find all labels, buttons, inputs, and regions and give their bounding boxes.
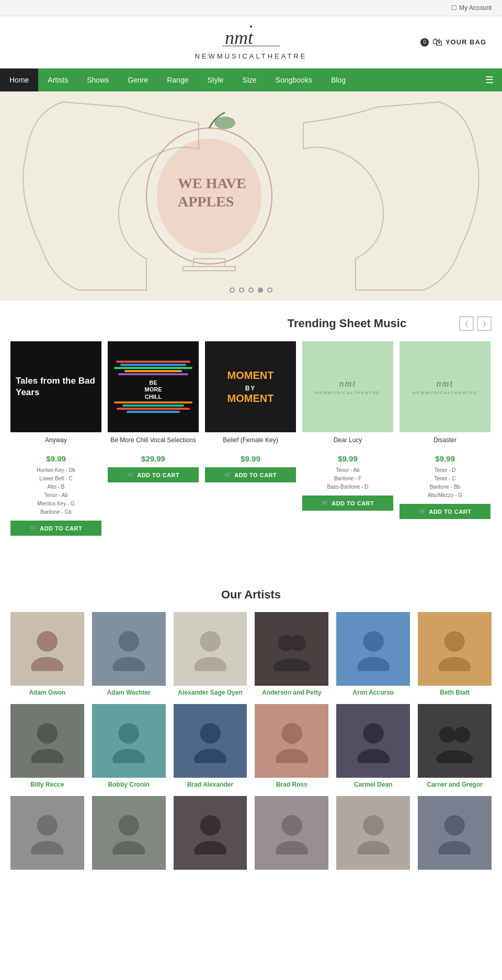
add-to-cart-disaster[interactable]: 🛒 ADD TO CART	[400, 504, 490, 519]
artist-card-adam-wachter[interactable]: Adam Wachter	[92, 612, 166, 696]
svg-point-25	[31, 749, 63, 763]
artist-card-row3-4[interactable]	[255, 796, 328, 873]
svg-point-27	[112, 749, 145, 763]
svg-point-29	[194, 749, 226, 763]
svg-text:WE HAVE: WE HAVE	[178, 175, 246, 191]
nav-shows[interactable]: Shows	[77, 68, 118, 91]
product-grid: Tales from the Bad Years Anyway $9.99 Hu…	[10, 341, 492, 536]
artist-name-brad-alexander: Brad Alexander	[174, 781, 247, 788]
account-label: My Account	[459, 4, 492, 11]
bag-area[interactable]: 0 🛍 YOUR BAG	[329, 36, 486, 48]
artist-photo-row3-1	[10, 796, 84, 870]
artist-card-anderson-petty[interactable]: Anderson and Petty	[255, 612, 328, 696]
svg-point-35	[454, 727, 470, 743]
svg-point-32	[363, 723, 383, 743]
bag-count: 0	[420, 38, 429, 47]
svg-point-37	[37, 815, 58, 835]
next-arrow[interactable]: 〉	[477, 316, 492, 331]
product-price-bmc: $29.99	[108, 454, 199, 463]
add-to-cart-mbm[interactable]: 🛒 ADD TO CART	[205, 467, 296, 482]
svg-point-44	[276, 841, 308, 855]
nav-songbooks[interactable]: Songbooks	[266, 68, 322, 91]
hero-dot-5[interactable]	[267, 287, 272, 293]
artist-photo-brad-alexander	[174, 704, 247, 778]
cart-icon-dear-lucy: 🛒	[322, 500, 329, 506]
product-cover-disaster[interactable]: nmt NEWMUSICALTHEATRE	[400, 341, 490, 432]
artist-card-bobby-cronin[interactable]: Bobby Cronin	[92, 704, 166, 788]
prev-arrow[interactable]: 〈	[459, 316, 474, 331]
cart-icon-disaster: 🛒	[419, 508, 427, 515]
artist-card-brad-alexander[interactable]: Brad Alexander	[174, 704, 247, 788]
hero-dot-2[interactable]	[239, 287, 244, 293]
svg-point-15	[200, 631, 220, 652]
artist-name-carmel-dean: Carmel Dean	[336, 781, 410, 788]
add-to-cart-tales[interactable]: 🛒 ADD TO CART	[10, 521, 101, 536]
artist-card-row3-6[interactable]	[418, 796, 492, 873]
artist-card-brad-ross[interactable]: Brad Ross	[255, 704, 328, 788]
hero-dot-4[interactable]	[258, 287, 263, 293]
artist-card-billy-recce[interactable]: Billy Recce	[10, 704, 84, 788]
artist-name-adam-gwon: Adam Gwon	[10, 689, 84, 696]
svg-point-28	[200, 723, 220, 743]
product-cover-dear-lucy[interactable]: nmt NEWMUSICALTHEATRE	[302, 341, 393, 432]
nav-style[interactable]: Style	[198, 68, 233, 91]
nav-range[interactable]: Range	[157, 68, 198, 91]
nav-home[interactable]: Home	[0, 68, 38, 91]
nav-size[interactable]: Size	[233, 68, 266, 91]
logo-text: NEWMUSICALTHEATRE	[173, 52, 329, 60]
product-cover-mbm[interactable]: MOMENTBYMOMENT	[205, 341, 296, 432]
product-cover-bmc[interactable]: BEMORECHILL	[108, 341, 199, 432]
svg-point-6	[214, 117, 235, 129]
artist-photo-aron-accurso	[336, 612, 410, 686]
artist-card-row3-2[interactable]	[92, 796, 166, 873]
artist-card-row3-5[interactable]	[336, 796, 410, 873]
disaster-placeholder: nmt NEWMUSICALTHEATRE	[410, 376, 480, 398]
product-name-mbm: Belief (Female Key)	[205, 436, 296, 452]
svg-point-24	[37, 723, 58, 743]
artist-name-beth-blatt: Beth Blatt	[418, 689, 492, 696]
product-cover-tales[interactable]: Tales from the Bad Years	[10, 341, 101, 432]
product-name-bmc: Be More Chill Vocal Selections	[108, 436, 199, 452]
svg-point-31	[276, 749, 308, 763]
svg-point-11	[37, 631, 58, 652]
svg-text:nmt: nmt	[225, 27, 254, 48]
nav-artists[interactable]: Artists	[38, 68, 77, 91]
svg-point-20	[363, 631, 383, 652]
artist-photo-carner-gregor	[418, 704, 492, 778]
top-bar: ☐ My Account	[0, 0, 502, 16]
artist-photo-billy-recce	[10, 704, 84, 778]
nav-blog[interactable]: Blog	[322, 68, 355, 91]
artist-card-adam-gwon[interactable]: Adam Gwon	[10, 612, 84, 696]
artist-card-row3-3[interactable]	[174, 796, 247, 873]
artist-card-carmel-dean[interactable]: Carmel Dean	[336, 704, 410, 788]
svg-point-40	[112, 841, 145, 855]
artist-card-row3-1[interactable]	[10, 796, 84, 873]
nav-genre[interactable]: Genre	[118, 68, 157, 91]
artist-card-carner-gregor[interactable]: Carner and Gregor	[418, 704, 492, 788]
section-header: Trending Sheet Music 〈 〉	[10, 316, 492, 331]
hero-dot-3[interactable]	[248, 287, 254, 293]
svg-point-14	[112, 657, 145, 671]
product-card-disaster: nmt NEWMUSICALTHEATRE Disaster $9.99 Ten…	[400, 341, 490, 536]
add-to-cart-bmc[interactable]: 🛒 ADD TO CART	[108, 467, 199, 482]
artist-card-aron-accurso[interactable]: Aron Accurso	[336, 612, 410, 696]
add-to-cart-dear-lucy[interactable]: 🛒 ADD TO CART	[302, 495, 393, 511]
artist-card-beth-blatt[interactable]: Beth Blatt	[418, 612, 492, 696]
account-link[interactable]: ☐ My Account	[451, 4, 492, 11]
trending-title: Trending Sheet Music	[235, 317, 459, 330]
product-name-disaster: Disaster	[400, 436, 490, 452]
hero-banner: WE HAVE APPLES	[0, 91, 502, 301]
artists-title: Our Artists	[10, 588, 492, 602]
svg-point-19	[273, 659, 310, 671]
product-price-tales: $9.99	[10, 454, 101, 463]
svg-point-34	[439, 727, 455, 743]
search-icon[interactable]: ☰	[477, 70, 502, 90]
product-name-dear-lucy: Dear Lucy	[302, 436, 393, 452]
artist-name-brad-ross: Brad Ross	[255, 781, 328, 788]
hero-dot-1[interactable]	[230, 287, 235, 293]
svg-point-2	[250, 26, 252, 28]
svg-point-41	[200, 815, 220, 835]
svg-point-45	[363, 815, 383, 835]
header: nmt NEWMUSICALTHEATRE 0 🛍 YOUR BAG	[0, 16, 502, 68]
artist-card-alexander-sage-oyen[interactable]: Alexander Sage Oyen	[174, 612, 247, 696]
